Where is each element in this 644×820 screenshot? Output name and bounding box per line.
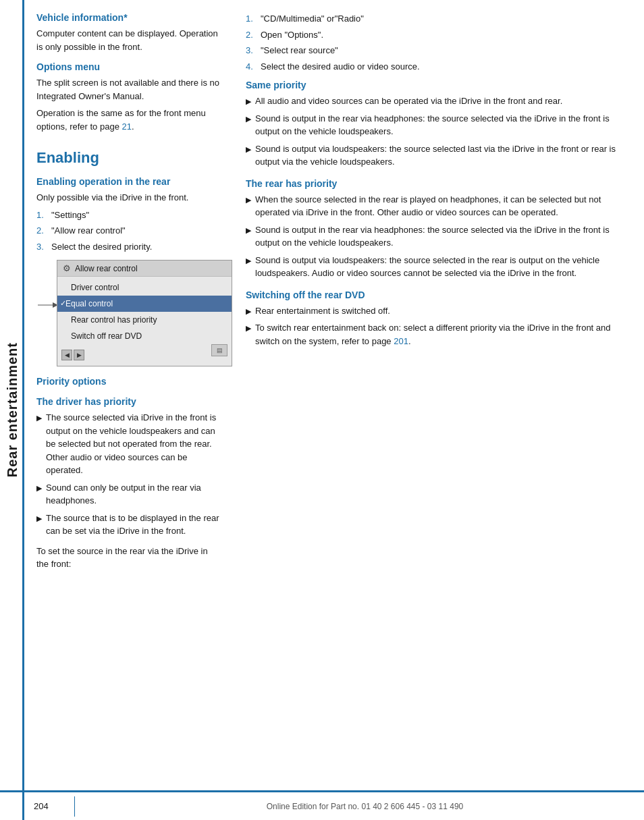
driver-bullet-2: ▶ Sound can only be output in the rear v… bbox=[36, 481, 221, 508]
same-bullet-2: ▶ Sound is output in the rear via headph… bbox=[246, 112, 628, 138]
right-steps: 1. "CD/Multimedia" or"Radio" 2. Open "Op… bbox=[246, 12, 628, 73]
bullet-arrow-1: ▶ bbox=[36, 412, 42, 424]
right-step-4-num: 4. bbox=[246, 60, 257, 74]
callout-arrow bbox=[38, 300, 58, 312]
rear-bullet-1: ▶ When the source selected in the rear i… bbox=[246, 193, 628, 219]
footer: 204 Online Edition for Part no. 01 40 2 … bbox=[0, 790, 644, 820]
driver-bullet-3-text: The source that is to be displayed in th… bbox=[46, 512, 221, 538]
right-step-3: 3. "Select rear source" bbox=[246, 44, 628, 57]
same-bullet-1: ▶ All audio and video sources can be ope… bbox=[246, 94, 628, 108]
switch-bullet-arrow-1: ▶ bbox=[246, 306, 251, 317]
driver-bullet-1: ▶ The source selected via iDrive in the … bbox=[36, 411, 221, 477]
nav-right-btn[interactable]: ▶ bbox=[74, 350, 84, 360]
driver-bullet-1-text: The source selected via iDrive in the fr… bbox=[46, 411, 221, 477]
idrive-menu-items: Driver control Equal control Rear contro… bbox=[57, 277, 232, 366]
rear-bullet-2-text: Sound is output in the rear via headphon… bbox=[255, 223, 628, 250]
driver-priority-bullets: ▶ The source selected via iDrive in the … bbox=[36, 411, 221, 538]
driver-bullet-3: ▶ The source that is to be displayed in … bbox=[36, 512, 221, 538]
enabling-sub-heading: Enabling operation in the rear bbox=[36, 176, 221, 187]
step-3: 3. Select the desired priority. bbox=[36, 240, 221, 254]
right-step-1-num: 1. bbox=[246, 12, 257, 26]
footer-text: Online Edition for Part no. 01 40 2 606 … bbox=[86, 802, 644, 811]
rear-bullet-3-text: Sound is output via loudspeakers: the so… bbox=[255, 254, 628, 280]
options-menu-body2: Operation is the same as for the front m… bbox=[36, 107, 221, 133]
driver-bullet-2-text: Sound can only be output in the rear via… bbox=[46, 481, 221, 508]
switch-bullet-2: ▶ To switch rear entertainment back on: … bbox=[246, 321, 628, 348]
menu-item-driver-control: Driver control bbox=[57, 279, 232, 296]
same-priority-bullets: ▶ All audio and video sources can be ope… bbox=[246, 94, 628, 169]
step-1-text: "Settings" bbox=[51, 209, 89, 222]
nav-left-btn[interactable]: ◀ bbox=[61, 350, 72, 360]
rear-priority-heading: The rear has priority bbox=[246, 178, 628, 189]
priority-options-heading: Priority options bbox=[36, 376, 221, 387]
rear-bullet-arrow-1: ▶ bbox=[246, 194, 251, 206]
page-wrapper: Rear entertainment Vehicle information* … bbox=[0, 0, 644, 820]
right-step-1: 1. "CD/Multimedia" or"Radio" bbox=[246, 12, 628, 26]
options-menu-heading: Options menu bbox=[36, 61, 221, 72]
rear-priority-bullets: ▶ When the source selected in the rear i… bbox=[246, 193, 628, 280]
idrive-nav-controls: ◀ ▶ bbox=[61, 350, 84, 360]
step-2: 2. "Allow rear control" bbox=[36, 224, 221, 238]
left-column: Vehicle information* Computer content ca… bbox=[24, 12, 234, 820]
right-step-2-text: Open "Options". bbox=[261, 28, 323, 42]
enabling-steps: 1. "Settings" 2. "Allow rear control" 3.… bbox=[36, 209, 221, 254]
enabling-heading: Enabling bbox=[36, 149, 221, 167]
switch-bullet-2-text: To switch rear entertainment back on: se… bbox=[255, 321, 628, 348]
options-menu-page-link[interactable]: 21 bbox=[122, 121, 131, 132]
right-step-2-num: 2. bbox=[246, 28, 257, 42]
switch-off-bullets: ▶ Rear entertainment is switched off. ▶ … bbox=[246, 304, 628, 348]
switch-bullet-arrow-2: ▶ bbox=[246, 323, 251, 334]
right-step-3-num: 3. bbox=[246, 44, 257, 57]
rear-bullet-arrow-2: ▶ bbox=[246, 225, 251, 236]
same-bullet-arrow-2: ▶ bbox=[246, 113, 251, 125]
sidebar: Rear entertainment bbox=[0, 0, 24, 820]
same-bullet-arrow-3: ▶ bbox=[246, 144, 251, 155]
vehicle-info-body: Computer content can be displayed. Opera… bbox=[36, 27, 221, 53]
switch-page-link[interactable]: 201 bbox=[394, 336, 408, 346]
driver-priority-heading: The driver has priority bbox=[36, 396, 221, 407]
right-step-1-text: "CD/Multimedia" or"Radio" bbox=[261, 12, 364, 26]
menu-item-equal-control: Equal control bbox=[57, 296, 232, 312]
options-menu-body2-suffix: . bbox=[132, 121, 134, 132]
idrive-spacer: ◀ ▶ ▤ bbox=[57, 344, 232, 363]
bullet-arrow-2: ▶ bbox=[36, 483, 42, 494]
switch-bullet-1-text: Rear entertainment is switched off. bbox=[255, 304, 390, 318]
content-area: Vehicle information* Computer content ca… bbox=[24, 0, 644, 820]
right-step-3-text: "Select rear source" bbox=[261, 44, 338, 57]
right-step-4: 4. Select the desired audio or video sou… bbox=[246, 60, 628, 74]
switch-bullet-1: ▶ Rear entertainment is switched off. bbox=[246, 304, 628, 318]
idrive-diagram-wrapper: ⚙ Allow rear control Driver control Equa… bbox=[57, 260, 221, 366]
rear-bullet-2: ▶ Sound is output in the rear via headph… bbox=[246, 223, 628, 250]
options-menu-body1: The split screen is not available and th… bbox=[36, 76, 221, 103]
rear-bullet-1-text: When the source selected in the rear is … bbox=[255, 193, 628, 219]
bullet-arrow-3: ▶ bbox=[36, 513, 42, 524]
step-2-text: "Allow rear control" bbox=[51, 224, 126, 238]
same-priority-heading: Same priority bbox=[246, 80, 628, 90]
idrive-menu-title: Allow rear control bbox=[75, 264, 138, 273]
same-bullet-3: ▶ Sound is output via loudspeakers: the … bbox=[246, 142, 628, 169]
sidebar-bar bbox=[22, 0, 24, 820]
right-step-4-text: Select the desired audio or video source… bbox=[261, 60, 420, 74]
rear-bullet-arrow-3: ▶ bbox=[246, 255, 251, 267]
idrive-title-bar: ⚙ Allow rear control bbox=[57, 261, 232, 277]
right-column: 1. "CD/Multimedia" or"Radio" 2. Open "Op… bbox=[234, 12, 644, 820]
step-1: 1. "Settings" bbox=[36, 209, 221, 222]
gear-icon: ⚙ bbox=[63, 263, 71, 273]
footer-divider bbox=[74, 796, 75, 817]
step-2-num: 2. bbox=[36, 224, 47, 238]
front-label: To set the source in the rear via the iD… bbox=[36, 545, 221, 571]
sidebar-label: Rear entertainment bbox=[5, 342, 20, 477]
menu-item-rear-priority: Rear control has priority bbox=[57, 312, 232, 328]
same-bullet-3-text: Sound is output via loudspeakers: the so… bbox=[255, 142, 628, 169]
switch-off-heading: Switching off the rear DVD bbox=[246, 290, 628, 300]
step-3-num: 3. bbox=[36, 240, 47, 254]
idrive-ok-btn[interactable]: ▤ bbox=[211, 344, 227, 356]
same-bullet-1-text: All audio and video sources can be opera… bbox=[255, 94, 562, 108]
step-3-text: Select the desired priority. bbox=[51, 240, 152, 254]
vehicle-info-heading: Vehicle information* bbox=[36, 12, 221, 23]
enabling-body: Only possible via the iDrive in the fron… bbox=[36, 191, 221, 204]
same-bullet-2-text: Sound is output in the rear via headphon… bbox=[255, 112, 628, 138]
same-bullet-arrow-1: ▶ bbox=[246, 96, 251, 107]
rear-bullet-3: ▶ Sound is output via loudspeakers: the … bbox=[246, 254, 628, 280]
idrive-menu: ⚙ Allow rear control Driver control Equa… bbox=[57, 260, 232, 366]
